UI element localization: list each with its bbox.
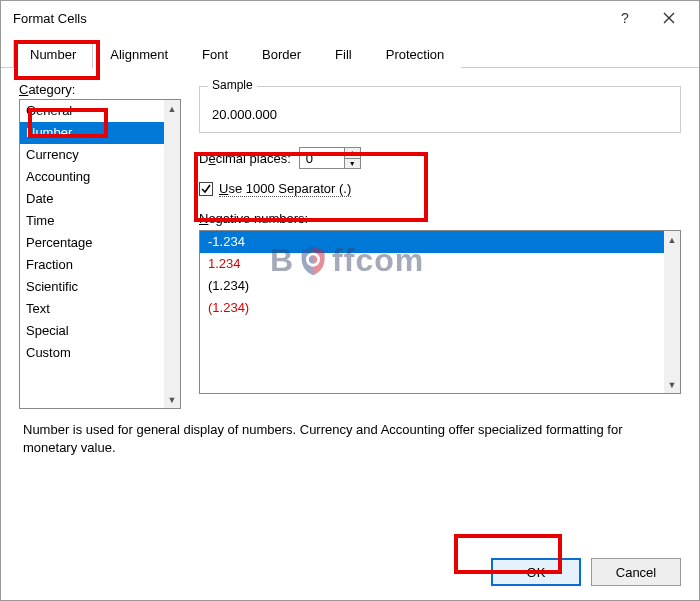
decimal-spin-buttons: ▲ ▼	[344, 148, 360, 168]
tab-font[interactable]: Font	[185, 40, 245, 68]
scroll-track[interactable]	[664, 248, 680, 376]
category-item-date[interactable]: Date	[20, 188, 164, 210]
category-item-text[interactable]: Text	[20, 298, 164, 320]
negative-numbers-list-wrap: -1.234 1.234 (1.234) (1.234) ▲ ▼	[199, 230, 681, 394]
thousands-separator-checkbox[interactable]	[199, 182, 213, 196]
scroll-down-icon[interactable]: ▼	[664, 376, 680, 393]
checkmark-icon	[200, 183, 212, 195]
category-item-time[interactable]: Time	[20, 210, 164, 232]
negative-item-2[interactable]: (1.234)	[200, 275, 664, 297]
category-item-scientific[interactable]: Scientific	[20, 276, 164, 298]
titlebar: Format Cells ?	[1, 1, 699, 35]
format-cells-dialog: Format Cells ? Number Alignment Font Bor…	[0, 0, 700, 601]
scroll-up-icon[interactable]: ▲	[664, 231, 680, 248]
sample-legend: Sample	[208, 78, 257, 92]
category-item-number[interactable]: Number	[20, 122, 164, 144]
ok-button[interactable]: OK	[491, 558, 581, 586]
scroll-up-icon[interactable]: ▲	[164, 100, 180, 117]
tab-fill[interactable]: Fill	[318, 40, 369, 68]
scroll-track[interactable]	[164, 117, 180, 391]
cancel-button[interactable]: Cancel	[591, 558, 681, 586]
help-button[interactable]: ?	[603, 4, 647, 32]
negative-numbers-label: Negative numbers:	[199, 211, 681, 226]
category-item-special[interactable]: Special	[20, 320, 164, 342]
thousands-separator-row: Use 1000 Separator (.)	[199, 181, 681, 197]
decimal-places-input[interactable]	[300, 148, 344, 168]
sample-group: Sample 20.000.000	[199, 86, 681, 133]
close-button[interactable]	[647, 4, 691, 32]
category-item-fraction[interactable]: Fraction	[20, 254, 164, 276]
negative-item-3[interactable]: (1.234)	[200, 297, 664, 319]
category-description: Number is used for general display of nu…	[19, 413, 681, 464]
tab-protection[interactable]: Protection	[369, 40, 462, 68]
category-item-percentage[interactable]: Percentage	[20, 232, 164, 254]
negative-numbers-listbox[interactable]: -1.234 1.234 (1.234) (1.234)	[199, 230, 664, 394]
sample-value: 20.000.000	[210, 105, 670, 124]
tab-panel-number: Category: General Number Currency Accoun…	[1, 68, 699, 548]
decimal-places-field[interactable]: ▲ ▼	[299, 147, 361, 169]
decimal-spin-up[interactable]: ▲	[345, 148, 360, 159]
decimal-spin-down[interactable]: ▼	[345, 159, 360, 169]
category-item-general[interactable]: General	[20, 100, 164, 122]
category-items: General Number Currency Accounting Date …	[20, 100, 164, 408]
negative-item-1[interactable]: 1.234	[200, 253, 664, 275]
tab-number[interactable]: Number	[13, 40, 93, 68]
decimal-places-row: Decimal places: ▲ ▼	[199, 147, 681, 169]
category-item-custom[interactable]: Custom	[20, 342, 164, 364]
negative-scrollbar[interactable]: ▲ ▼	[664, 230, 681, 394]
decimal-places-label: Decimal places:	[199, 151, 291, 166]
window-title: Format Cells	[13, 11, 603, 26]
scroll-down-icon[interactable]: ▼	[164, 391, 180, 408]
category-label: Category:	[19, 82, 181, 97]
category-scrollbar[interactable]: ▲ ▼	[164, 99, 181, 409]
category-item-accounting[interactable]: Accounting	[20, 166, 164, 188]
category-column: Category: General Number Currency Accoun…	[19, 78, 181, 409]
negative-item-0[interactable]: -1.234	[200, 231, 664, 253]
dialog-buttons: OK Cancel	[1, 548, 699, 600]
close-icon	[663, 12, 675, 24]
options-column: Sample 20.000.000 Decimal places: ▲ ▼	[199, 78, 681, 409]
panel-top-row: Category: General Number Currency Accoun…	[19, 78, 681, 409]
category-listbox[interactable]: General Number Currency Accounting Date …	[19, 99, 164, 409]
tab-border[interactable]: Border	[245, 40, 318, 68]
tab-alignment[interactable]: Alignment	[93, 40, 185, 68]
category-list-wrap: General Number Currency Accounting Date …	[19, 99, 181, 409]
tab-bar: Number Alignment Font Border Fill Protec…	[1, 35, 699, 68]
category-item-currency[interactable]: Currency	[20, 144, 164, 166]
thousands-separator-label: Use 1000 Separator (.)	[219, 181, 351, 197]
